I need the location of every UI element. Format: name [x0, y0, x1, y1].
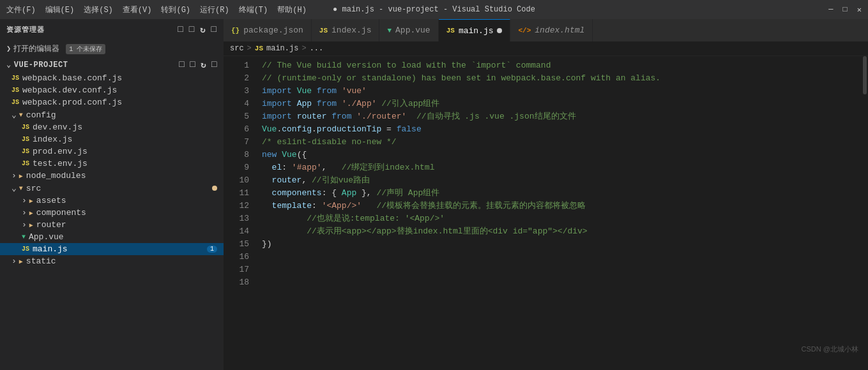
string-token: 'vue'	[342, 86, 367, 96]
tree-item-node_modules[interactable]: ›▶node_modules	[0, 170, 224, 182]
code-line: router, //引如vue路由	[262, 174, 862, 187]
line-number: 15	[224, 238, 249, 251]
menu-item[interactable]: 终端(T)	[239, 4, 268, 15]
new-folder-icon[interactable]: □	[189, 24, 195, 35]
line-number: 9	[224, 161, 249, 174]
breadcrumb-src: src	[230, 44, 244, 53]
open-editors-section[interactable]: ❯ 打开的编辑器 1 个未保存	[0, 40, 224, 57]
tab-main-js[interactable]: JSmain.js	[439, 19, 511, 41]
file-name: webpack.prod.conf.js	[22, 98, 122, 107]
tree-item-static[interactable]: ›▶static	[0, 255, 224, 267]
menu-item[interactable]: 查看(V)	[123, 4, 152, 15]
sidebar-title: 资源管理器	[6, 25, 45, 34]
scrollbar[interactable]	[862, 56, 868, 370]
comment-token: //绑定到到index.html	[342, 163, 435, 172]
folder-icon: ▶	[29, 221, 33, 229]
tree-item-main-js[interactable]: JSmain.js1	[0, 243, 224, 255]
class-token: Vue	[297, 86, 312, 96]
scroll-thumb[interactable]	[863, 56, 867, 94]
keyword-token: from	[317, 99, 337, 108]
string-token: '#app'	[292, 163, 322, 172]
menu-item[interactable]: 文件(F)	[6, 4, 36, 15]
breadcrumb-sep2: >	[301, 44, 306, 53]
collapse-tree-icon[interactable]: □	[211, 59, 217, 70]
refresh-icon[interactable]: ↻	[200, 24, 206, 35]
js-file-icon: JS	[11, 75, 19, 82]
code-line: new Vue({	[262, 149, 862, 161]
string-token: '<App/>'	[322, 201, 362, 211]
file-name: prod.env.js	[33, 147, 88, 156]
refresh-tree-icon[interactable]: ↻	[201, 59, 206, 70]
new-file-tree-icon[interactable]: □	[179, 59, 185, 70]
property-token: components	[272, 188, 322, 198]
maximize-button[interactable]: □	[843, 5, 848, 15]
breadcrumb-file: main.js	[266, 44, 298, 53]
line-number: 8	[224, 149, 249, 161]
comment-token: //引如vue路由	[312, 175, 370, 185]
plain-token	[262, 226, 307, 236]
tree-item-webpack-dev-conf-js[interactable]: JSwebpack.dev.conf.js	[0, 84, 224, 96]
tab-label: index.js	[331, 26, 371, 35]
menu-item[interactable]: 帮助(H)	[277, 4, 307, 15]
project-header[interactable]: ⌄ VUE-PROJECT □ □ ↻ □	[0, 57, 224, 72]
collapse-icon[interactable]: □	[211, 24, 217, 35]
line-number: 7	[224, 136, 249, 149]
plain-token	[312, 86, 317, 96]
js-file-icon: JS	[22, 124, 29, 131]
code-line: el: '#app', //绑定到到index.html	[262, 161, 862, 174]
string-token: './App'	[342, 99, 377, 108]
code-line: template: '<App/>' //模板将会替换挂载的元素。挂载元素的内容…	[262, 200, 862, 212]
new-folder-tree-icon[interactable]: □	[190, 59, 195, 70]
folder-icon: ▶	[29, 209, 33, 217]
window-controls[interactable]: — □ ✕	[828, 5, 862, 15]
new-file-icon[interactable]: □	[178, 24, 183, 35]
folder-chevron-icon: ⌄	[11, 110, 17, 120]
tree-item-test-env-js[interactable]: JStest.env.js	[0, 158, 224, 170]
line-numbers: 123456789101112131415161718	[224, 56, 255, 370]
comment-token: //引入app组件	[381, 99, 439, 108]
project-name: VUE-PROJECT	[14, 61, 68, 70]
comment-token: //自动寻找 .js .vue .json结尾的文件	[416, 112, 576, 121]
menu-item[interactable]: 选择(S)	[84, 4, 113, 15]
tree-item-components[interactable]: ›▶components	[0, 207, 224, 219]
file-name: router	[36, 220, 66, 230]
folder-chevron-icon: ›	[22, 196, 27, 205]
sidebar-icons[interactable]: □ □ ↻ □	[178, 24, 217, 35]
tree-item-App-vue[interactable]: ▼App.vue	[0, 231, 224, 243]
close-button[interactable]: ✕	[857, 5, 862, 15]
tree-item-assets[interactable]: ›▶assets	[0, 195, 224, 207]
code-editor[interactable]: // The Vue build version to load with th…	[255, 56, 862, 370]
comment-token: //也就是说:template: '<App/>'	[307, 214, 445, 223]
tree-item-dev-env-js[interactable]: JSdev.env.js	[0, 121, 224, 133]
tab-package-json[interactable]: {}package.json	[224, 19, 312, 41]
tab-index-js[interactable]: JSindex.js	[312, 19, 380, 41]
keyword-token: from	[317, 86, 337, 96]
file-name: config	[26, 110, 56, 120]
line-number: 12	[224, 200, 249, 212]
tree-item-config[interactable]: ⌄▼config	[0, 108, 224, 121]
file-name: dev.env.js	[33, 122, 82, 132]
code-line: import App from './App' //引入app组件	[262, 98, 862, 110]
menu-item[interactable]: 转到(G)	[161, 4, 190, 15]
folder-icon: ▶	[19, 258, 23, 265]
plain-token	[337, 86, 342, 96]
tree-item-webpack-base-conf-js[interactable]: JSwebpack.base.conf.js	[0, 72, 224, 84]
line-number: 16	[224, 251, 249, 263]
tree-item-prod-env-js[interactable]: JSprod.env.js	[0, 145, 224, 158]
menu-bar[interactable]: 文件(F)编辑(E)选择(S)查看(V)转到(G)运行(R)终端(T)帮助(H)	[6, 4, 307, 15]
js-file-icon: JS	[22, 160, 29, 167]
tree-item-webpack-prod-conf-js[interactable]: JSwebpack.prod.conf.js	[0, 96, 224, 108]
folder-chevron-icon: ›	[22, 220, 27, 230]
tree-item-src[interactable]: ⌄▼src	[0, 182, 224, 195]
open-editors-label: 打开的编辑器	[13, 43, 59, 54]
menu-item[interactable]: 运行(R)	[200, 4, 229, 15]
tree-item-router[interactable]: ›▶router	[0, 219, 224, 231]
tab-App-vue[interactable]: ▼App.vue	[379, 19, 438, 41]
minimize-button[interactable]: —	[828, 5, 833, 15]
menu-item[interactable]: 编辑(E)	[45, 4, 75, 15]
code-line: //也就是说:template: '<App/>'	[262, 212, 862, 225]
string-token: './router'	[356, 112, 406, 121]
tree-item-index-js[interactable]: JSindex.js	[0, 133, 224, 145]
tab-index-html[interactable]: </>index.html	[510, 19, 593, 41]
breadcrumb-dots: ...	[310, 44, 324, 53]
